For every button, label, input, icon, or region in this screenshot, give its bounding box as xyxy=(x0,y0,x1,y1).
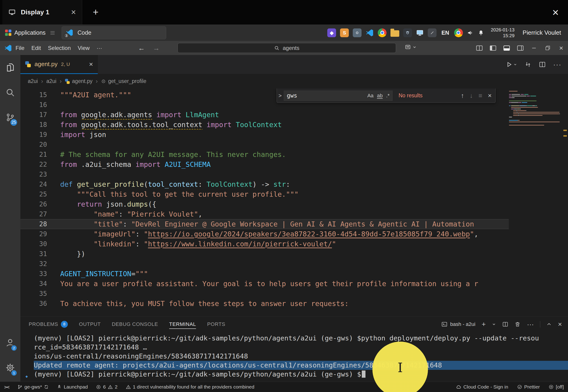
app-icon-orange[interactable]: S xyxy=(340,28,349,37)
split-terminal-icon[interactable] xyxy=(502,321,508,327)
git-branch-status[interactable]: ge-gws* xyxy=(17,384,49,390)
code-line-31[interactable]: 31 }) xyxy=(20,249,509,259)
code-line-19[interactable]: 19import json xyxy=(20,130,509,140)
code-line-35[interactable]: 35 xyxy=(20,289,509,299)
code-line-23[interactable]: 23 xyxy=(20,169,509,179)
forward-icon[interactable]: → xyxy=(153,44,160,52)
editor-layout-icon[interactable] xyxy=(472,41,486,55)
language-indicator[interactable]: EN xyxy=(441,29,449,36)
code-line-24[interactable]: 24def get_user_profile(tool_context: Too… xyxy=(20,179,509,189)
whole-word-toggle[interactable]: ab xyxy=(377,93,383,99)
tab-problems[interactable]: PROBLEMS 8 xyxy=(29,317,68,332)
minimize-icon[interactable] xyxy=(527,41,541,55)
terminal-line-2[interactable]: rce_id=5834638717142171648 … xyxy=(34,343,568,352)
explorer-icon[interactable] xyxy=(0,55,20,80)
find-previous-icon[interactable]: ↑ xyxy=(461,92,464,99)
code-line-27[interactable]: 27 "name": "Pierrick Voulet", xyxy=(20,209,509,219)
terminal-instance-selector[interactable]: bash - a2ui xyxy=(441,321,475,327)
problems-status[interactable]: 6 2 xyxy=(96,384,117,390)
code-line-28[interactable]: 28 "title": "DevRel Engineer @ Google Wo… xyxy=(20,219,509,229)
applications-menu[interactable]: Applications xyxy=(3,25,57,41)
maximize-panel-icon[interactable] xyxy=(546,322,552,327)
code-line-21[interactable]: 21# The schema for any A2UI message. Thi… xyxy=(20,150,509,159)
run-python-file-button[interactable] xyxy=(506,61,517,68)
menu-edit[interactable]: Edit xyxy=(28,41,45,55)
taskbar-window-button-code[interactable]: 3 Code xyxy=(61,26,166,39)
vulnerability-status[interactable]: 1 direct vulnerability found for all the… xyxy=(126,384,254,390)
app-icon-slate[interactable] xyxy=(353,28,361,37)
toggle-panel-icon[interactable] xyxy=(500,41,513,55)
menu-view[interactable]: View xyxy=(74,41,93,55)
tool-tray-icon[interactable] xyxy=(428,28,436,37)
launchpad-status[interactable]: Launchpad xyxy=(57,384,88,390)
tab-debug-console[interactable]: DEBUG CONSOLE xyxy=(112,317,158,332)
terminal-dropdown-icon[interactable] xyxy=(492,322,496,326)
regex-toggle[interactable]: .* xyxy=(386,93,389,99)
copilot-status[interactable]: [off] xyxy=(549,384,564,390)
copilot-menu[interactable] xyxy=(404,44,417,50)
files-tray-icon[interactable] xyxy=(390,30,399,37)
find-in-selection-icon[interactable]: ≡ xyxy=(478,92,482,99)
code-line-36[interactable]: 36To achieve this, you MUST follow these… xyxy=(20,299,509,308)
code-line-22[interactable]: 22from .a2ui_schema import A2UI_SCHEMA xyxy=(20,159,509,169)
remote-display-tab[interactable]: Display 1 × xyxy=(2,0,82,25)
toggle-sidebar-icon[interactable] xyxy=(486,41,500,55)
volume-icon[interactable] xyxy=(467,29,474,36)
match-case-toggle[interactable]: Aa xyxy=(367,93,374,99)
code-line-20[interactable]: 20 xyxy=(20,140,509,150)
remote-window-close-icon[interactable]: × xyxy=(552,6,559,19)
terminal-line-5[interactable]: (myenv) [LOAS2] pierrick@pierrick:~/git/… xyxy=(34,370,568,379)
find-input[interactable]: gws Aa ab .* xyxy=(284,91,392,101)
code-line-29[interactable]: 29 "imageUrl": "https://io.google/2024/s… xyxy=(20,229,509,239)
terminal-line-4[interactable]: Updated remote agent: projects/a2ui-agen… xyxy=(34,361,568,370)
code-line-26[interactable]: 26 return json.dumps({ xyxy=(20,199,509,209)
breadcrumb-file[interactable]: agent.py xyxy=(65,78,92,84)
screenshot-tray-icon[interactable] xyxy=(403,28,412,37)
terminal-line-3[interactable]: ions/us-central1/reasoningEngines/583463… xyxy=(34,352,568,361)
taskbar-clock[interactable]: 2026-01-13 15:29 xyxy=(491,27,515,39)
breadcrumb-symbol[interactable]: get_user_profile xyxy=(101,78,146,84)
command-center-search[interactable]: agents xyxy=(178,43,396,53)
cloud-code-status[interactable]: Cloud Code - Sign in xyxy=(456,384,508,390)
breadcrumb-folder-1[interactable]: a2ui xyxy=(28,78,38,84)
settings-gear-icon[interactable]: 1 xyxy=(0,355,20,380)
toggle-secondary-sidebar-icon[interactable] xyxy=(513,41,527,55)
chrome-tray-icon[interactable] xyxy=(378,28,387,37)
split-editor-icon[interactable] xyxy=(539,61,546,68)
notifications-icon[interactable] xyxy=(478,29,484,36)
close-panel-icon[interactable]: × xyxy=(558,320,562,328)
tab-agent-py[interactable]: agent.py 2, U × xyxy=(20,55,98,74)
code-line-33[interactable]: 33AGENT_INSTRUCTION=""" xyxy=(20,269,509,279)
code-line-17[interactable]: 17from google.adk.agents import LlmAgent xyxy=(20,110,509,120)
tab-close-icon[interactable]: × xyxy=(89,60,93,68)
prettier-status[interactable]: Prettier xyxy=(517,384,540,390)
remote-tab-close-icon[interactable]: × xyxy=(71,7,76,17)
open-changes-icon[interactable] xyxy=(524,61,531,68)
tab-output[interactable]: OUTPUT xyxy=(79,317,101,332)
search-view-icon[interactable] xyxy=(0,80,20,105)
source-control-icon[interactable]: 25 xyxy=(0,105,20,130)
tab-terminal[interactable]: TERMINAL xyxy=(169,317,196,332)
code-line-25[interactable]: 25 """Call this tool to get the current … xyxy=(20,189,509,199)
window-close-icon[interactable]: × xyxy=(554,41,568,55)
menu-overflow[interactable]: ··· xyxy=(93,41,105,55)
menu-file[interactable]: File xyxy=(12,41,28,55)
panel-more-actions-icon[interactable]: ··· xyxy=(527,320,534,328)
remote-indicator[interactable]: >< xyxy=(4,384,9,390)
code-line-30[interactable]: 30 "linkedin": "https://www.linkedin.com… xyxy=(20,239,509,249)
menu-selection[interactable]: Selection xyxy=(45,41,74,55)
more-actions-icon[interactable]: ··· xyxy=(553,61,562,69)
user-menu[interactable]: Pierrick Voulet xyxy=(523,29,561,36)
minimap[interactable] xyxy=(509,90,560,126)
kill-terminal-icon[interactable] xyxy=(515,321,521,327)
breadcrumb-folder-2[interactable]: a2ui xyxy=(46,78,56,84)
terminal-output[interactable]: (myenv) [LOAS2] pierrick@pierrick:~/git/… xyxy=(20,332,568,382)
browser-tray-icon[interactable] xyxy=(454,28,463,37)
new-terminal-icon[interactable]: + xyxy=(482,320,486,328)
display-tray-icon[interactable] xyxy=(416,29,424,37)
accounts-icon[interactable]: 2 xyxy=(0,330,20,355)
restore-icon[interactable] xyxy=(541,41,554,55)
app-icon-purple[interactable]: ◆ xyxy=(327,28,336,37)
remote-new-tab-button[interactable]: + xyxy=(93,7,99,18)
back-icon[interactable]: ← xyxy=(138,44,145,52)
